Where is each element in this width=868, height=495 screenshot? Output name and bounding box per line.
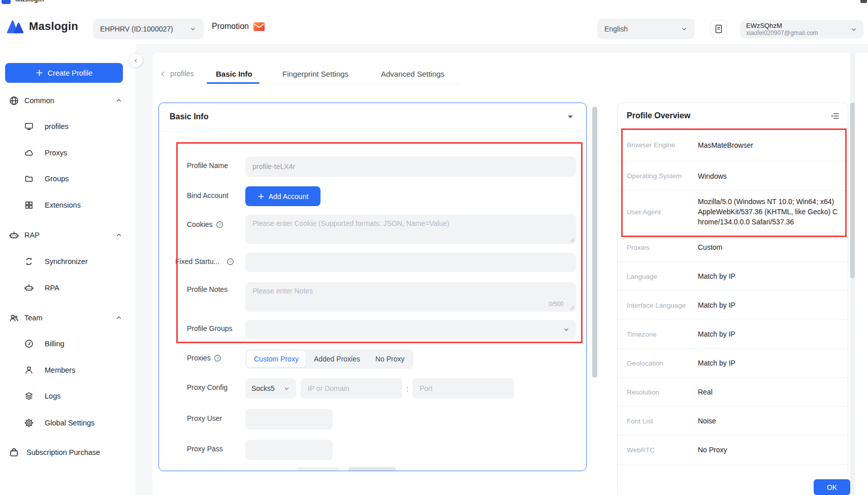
account-name: EWzSQhzM — [746, 22, 818, 29]
plus-icon — [36, 69, 43, 77]
header: Maslogin EHPHRV (ID:1000027) Promotion E… — [0, 5, 868, 44]
sidebar-item-billing[interactable]: Billing — [0, 334, 136, 354]
panel-scrollbar-thumb[interactable] — [592, 107, 597, 378]
overview-row-value: Custom — [698, 242, 839, 252]
account-menu[interactable]: EWzSQhzM xiaofei020907@gmail.com — [740, 20, 863, 39]
help-icon[interactable]: ? — [216, 221, 223, 228]
overview-row-value: Windows — [698, 171, 839, 181]
tab-label: Advanced Settings — [381, 70, 444, 78]
proxy-pass-input[interactable] — [245, 440, 333, 460]
sidebar-item-subscription-purchase[interactable]: Subscription Purchase — [0, 442, 136, 463]
basic-info-panel-header[interactable]: Basic Info — [158, 103, 587, 131]
overview-row-geolocation: Geolocation Match by IP — [618, 349, 848, 378]
overview-row-label: User Agent — [627, 208, 698, 216]
workspace-label: EHPHRV (ID:1000027) — [100, 25, 173, 33]
sidebar-item-label: Global Settings — [45, 419, 94, 427]
sidebar-section-label: Common — [24, 96, 54, 105]
sidebar-item-extensions[interactable]: Extensions — [0, 195, 136, 215]
sidebar-item-proxys[interactable]: Proxys — [0, 143, 136, 163]
proxies-segment-none[interactable]: No Proxy — [368, 351, 412, 367]
sidebar-item-label: Logs — [45, 392, 60, 400]
cloud-icon — [24, 148, 34, 157]
promotion-envelope-icon — [253, 22, 265, 31]
proxies-segment-added[interactable]: Added Proxies — [307, 351, 367, 367]
sidebar-item-members[interactable]: Members — [0, 360, 136, 380]
ok-button[interactable]: OK — [814, 479, 850, 495]
proxy-pass-label: Proxy Pass — [187, 445, 223, 453]
language-label: English — [604, 25, 628, 33]
tabs-divider — [207, 84, 460, 84]
proxy-config-label: Proxy Config — [187, 383, 228, 391]
bind-account-label: Bind Account — [187, 191, 229, 200]
panel-options-icon[interactable] — [831, 112, 840, 120]
add-account-button[interactable]: Add Account — [245, 186, 320, 206]
proxies-segment-custom[interactable]: Custom Proxy — [247, 351, 306, 367]
overview-row-label: Operating System — [627, 172, 698, 180]
robot-icon — [9, 230, 19, 240]
sidebar-item-label: Groups — [45, 175, 69, 183]
sidebar-section-label: Team — [24, 314, 42, 322]
sidebar-item-groups[interactable]: Groups — [0, 169, 136, 189]
overview-row-timezone: Timezone Match by IP — [618, 320, 848, 349]
chevron-left-icon — [159, 71, 166, 77]
profile-groups-select[interactable] — [245, 320, 576, 339]
sidebar-item-logs[interactable]: Logs — [0, 386, 136, 406]
proxy-port-input[interactable] — [412, 378, 514, 399]
maslogin-logo-icon — [6, 19, 24, 34]
collapse-sidebar-button[interactable] — [129, 54, 142, 67]
collapse-panel-chevron-icon[interactable] — [567, 115, 573, 119]
overview-row-language: Language Match by IP — [618, 262, 848, 291]
proxy-user-input[interactable] — [245, 409, 333, 430]
globe-icon — [9, 96, 19, 106]
sidebar-item-label: Billing — [45, 340, 65, 348]
tab-advanced-settings[interactable]: Advanced Settings — [381, 67, 444, 81]
overview-row-label: Resolution — [627, 388, 698, 396]
overview-row-value: Match by IP — [698, 300, 839, 310]
overview-row-browser-engine: Browser Engine MasMateBrowser — [618, 129, 848, 161]
grid-icon — [24, 201, 34, 210]
plus-icon — [258, 193, 265, 200]
proxy-user-label: Proxy User — [187, 414, 222, 422]
language-select[interactable]: English — [597, 19, 695, 39]
overview-row-label: Font List — [627, 417, 698, 425]
gear-icon — [24, 418, 34, 427]
sidebar-item-synchronizer[interactable]: Synchronizer — [0, 251, 136, 272]
sidebar-item-global-settings[interactable]: Global Settings — [0, 413, 136, 433]
proxy-ip-input[interactable] — [301, 378, 402, 399]
tab-fingerprint-settings[interactable]: Fingerprint Settings — [282, 67, 348, 81]
promotion-link[interactable]: Promotion — [212, 22, 265, 31]
overview-row-font-list: Font List Noise — [618, 407, 848, 436]
proxy-protocol-select[interactable]: Socks5 — [245, 378, 296, 399]
proxies-segmented-control: Custom Proxy Added Proxies No Proxy — [245, 349, 413, 369]
workspace-switcher[interactable]: EHPHRV (ID:1000027) — [93, 19, 204, 39]
sidebar-item-label: profiles — [45, 122, 69, 130]
account-email: xiaofei020907@gmail.com — [746, 29, 818, 37]
help-icon[interactable]: ? — [227, 258, 234, 266]
monitor-icon — [24, 122, 34, 131]
sidebar-section-team[interactable]: Team — [0, 308, 136, 328]
overview-row-proxies: Proxies Custom — [618, 233, 848, 262]
sync-icon — [24, 257, 34, 266]
window-corner-fragment — [860, 0, 867, 3]
page-scrollbar-thumb[interactable] — [850, 103, 855, 278]
sidebar-section-rap[interactable]: RAP — [0, 225, 136, 245]
cookies-textarea[interactable] — [245, 215, 576, 244]
breadcrumb-back[interactable]: profiles — [159, 67, 194, 81]
chevron-down-icon — [850, 26, 857, 33]
profile-notes-textarea[interactable] — [245, 282, 576, 312]
svg-text:?: ? — [229, 259, 232, 264]
profile-name-input[interactable] — [245, 156, 576, 177]
help-icon[interactable]: ? — [214, 354, 221, 362]
fixed-startup-input[interactable] — [245, 253, 576, 272]
sidebar-item-profiles[interactable]: profiles — [0, 116, 136, 137]
overview-row-value: Noise — [698, 416, 839, 426]
sidebar-section-common[interactable]: Common — [0, 90, 136, 111]
proxies-label: Proxies ? — [187, 354, 221, 362]
tab-basic-info[interactable]: Basic Info — [216, 67, 252, 81]
person-icon — [24, 366, 34, 375]
docs-button[interactable] — [711, 20, 727, 38]
sidebar-item-rpa[interactable]: RPA — [0, 278, 136, 298]
create-profile-button[interactable]: Create Profile — [5, 63, 123, 83]
overview-row-value: Match by IP — [698, 329, 839, 339]
profile-overview-panel: Profile Overview Browser Engine MasMateB… — [617, 103, 848, 495]
